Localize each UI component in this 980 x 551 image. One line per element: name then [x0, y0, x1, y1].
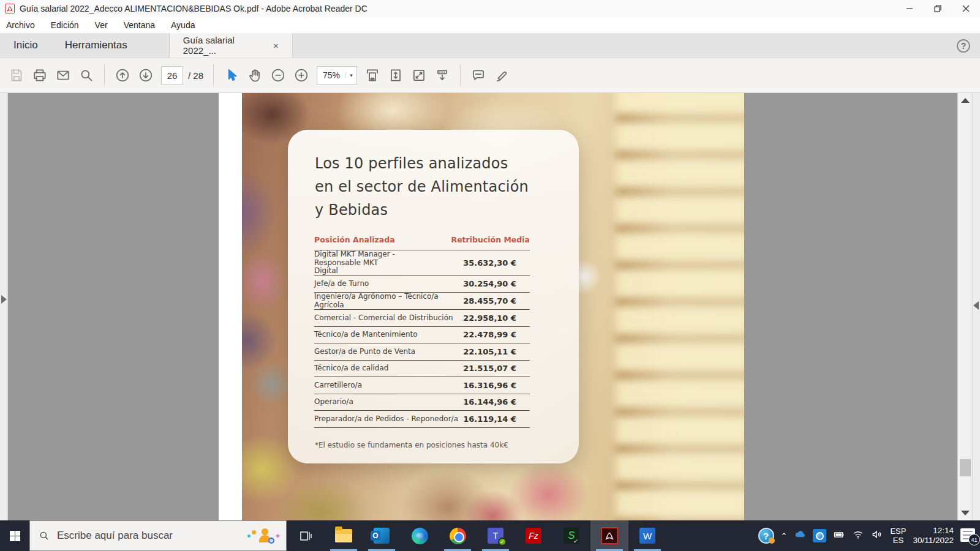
tab-close-icon[interactable]: ×: [273, 40, 279, 51]
row-position: Operario/a: [314, 398, 358, 407]
word-button[interactable]: W: [628, 520, 666, 551]
comment-icon[interactable]: [467, 63, 490, 88]
table-row: Gestor/a de Punto de Venta 22.105,11 €: [314, 343, 530, 361]
navigation-pane-strip[interactable]: [0, 93, 8, 520]
notification-count-badge: 41: [968, 534, 980, 545]
zoom-level-select[interactable]: 75% ▾: [317, 66, 357, 84]
taskbar-apps: O T✓ Fz S✓: [287, 520, 666, 551]
table-row: Operario/a 16.144,96 €: [314, 394, 530, 411]
acrobat-button[interactable]: [590, 520, 628, 551]
navigation-pane-toggle-icon[interactable]: [1, 295, 7, 304]
tools-pane-toggle-icon[interactable]: [973, 301, 979, 310]
row-position: Gestor/a de Punto de Venta: [314, 348, 420, 356]
chrome-button[interactable]: [439, 520, 477, 551]
alert-badge: [769, 538, 775, 544]
scroll-up-icon[interactable]: [961, 98, 970, 103]
system-tray: ? ⌃ ESPES 12:14 30/11/2022 41: [758, 520, 977, 551]
teams-button[interactable]: T✓: [477, 520, 514, 551]
highlight-icon[interactable]: [490, 63, 513, 88]
show-hidden-icons-chevron[interactable]: ⌃: [781, 531, 788, 541]
menu-ayuda[interactable]: Ayuda: [171, 20, 195, 30]
search-input[interactable]: [50, 530, 247, 542]
toolbar-divider: [104, 64, 105, 86]
row-salary: 35.632,30 €: [463, 258, 530, 268]
action-center-icon[interactable]: 41: [960, 528, 976, 543]
toolbar-divider: [213, 64, 214, 86]
tab-bar: Inicio Herramientas Guía salarial 2022_.…: [0, 33, 980, 58]
row-position: Digital MKT Manager - Responsable MKT Di…: [314, 250, 406, 276]
task-view-button[interactable]: [287, 520, 325, 551]
tab-document[interactable]: Guía salarial 2022_... ×: [169, 33, 293, 58]
onedrive-icon[interactable]: [794, 528, 806, 543]
card-footnote: *El estudio se fundamenta en posiciones …: [315, 441, 508, 449]
salary-card: Los 10 perfiles analizados en el sector …: [288, 130, 579, 463]
filezilla-button[interactable]: Fz: [514, 520, 552, 551]
save-icon[interactable]: [5, 63, 28, 88]
support-tray-icon[interactable]: ?: [758, 528, 774, 544]
clock-time: 12:14: [933, 526, 954, 536]
green-s-app-icon: S✓: [564, 528, 579, 544]
edge-button[interactable]: [401, 520, 439, 551]
sparkle-icon: ✦: [274, 531, 281, 541]
select-tool-icon[interactable]: [220, 63, 243, 88]
next-page-icon[interactable]: [134, 63, 157, 88]
wifi-icon[interactable]: [852, 528, 864, 543]
search-highlight-art: ✦: [247, 528, 281, 544]
clock[interactable]: 12:14 30/11/2022: [913, 526, 954, 545]
close-button[interactable]: [952, 0, 980, 17]
row-position: Técnico/a de calidad: [314, 364, 393, 373]
outlook-button[interactable]: O: [363, 520, 401, 551]
search-icon[interactable]: [75, 63, 98, 88]
search-icon: [39, 530, 50, 541]
scrollbar-thumb[interactable]: [960, 459, 971, 476]
tools-pane-strip[interactable]: [972, 93, 980, 520]
taskbar-search[interactable]: ✦: [29, 520, 287, 551]
start-button[interactable]: [0, 520, 29, 551]
menu-ver[interactable]: Ver: [95, 20, 108, 30]
volume-icon[interactable]: [871, 528, 883, 543]
zoom-out-icon[interactable]: [266, 63, 290, 88]
email-icon[interactable]: [51, 63, 75, 88]
security-app-icon[interactable]: [813, 529, 826, 542]
language-indicator[interactable]: ESPES: [890, 527, 906, 545]
salary-table: Posición Analizada Retribución Media Dig…: [314, 235, 530, 428]
tab-inicio[interactable]: Inicio: [0, 33, 51, 58]
row-salary: 21.515,07 €: [463, 364, 530, 373]
zoom-in-icon[interactable]: [290, 63, 313, 88]
scroll-mode-icon[interactable]: [431, 63, 454, 88]
toolbar-divider: [460, 64, 461, 86]
print-icon[interactable]: [28, 63, 51, 88]
battery-icon[interactable]: [833, 528, 845, 543]
restore-button[interactable]: [924, 0, 952, 17]
help-icon[interactable]: ?: [957, 39, 970, 53]
row-salary: 16.119,14 €: [463, 414, 530, 424]
tab-herramientas[interactable]: Herramientas: [51, 33, 141, 58]
windows-logo-icon: [10, 531, 20, 541]
clock-date: 30/11/2022: [913, 536, 954, 545]
card-title-line1: Los 10 perfiles analizados: [315, 152, 529, 175]
cyan-dot-icon: [247, 534, 251, 538]
row-salary: 16.316,96 €: [463, 381, 530, 390]
row-salary: 22.958,10 €: [463, 313, 530, 323]
fullscreen-icon[interactable]: [407, 63, 431, 88]
row-position: Carretillero/a: [314, 381, 367, 390]
page-number-input[interactable]: [161, 66, 183, 84]
menu-archivo[interactable]: Archivo: [6, 20, 35, 30]
menu-ventana[interactable]: Ventana: [124, 20, 155, 30]
row-position: Técnico/a de Mantenimiento: [314, 331, 423, 339]
green-s-app-button[interactable]: S✓: [552, 520, 590, 551]
card-title-line3: y Bebidas: [315, 198, 529, 222]
hand-tool-icon[interactable]: [243, 63, 266, 88]
acrobat-icon: [601, 527, 618, 544]
scroll-down-icon[interactable]: [961, 511, 970, 515]
window-title: Guía salarial 2022_Adecco ALIMENTACION&B…: [20, 4, 368, 13]
vertical-scrollbar[interactable]: [957, 93, 972, 520]
card-title-line2: en el sector de Alimentación: [315, 175, 529, 198]
previous-page-icon[interactable]: [111, 63, 134, 88]
fit-width-icon[interactable]: [361, 63, 384, 88]
menu-edicion[interactable]: Edición: [51, 20, 79, 30]
minimize-button[interactable]: [895, 0, 924, 17]
file-explorer-button[interactable]: [325, 520, 363, 551]
fit-page-icon[interactable]: [384, 63, 407, 88]
row-position: Ingeniero/a Agrónomo – Técnico/a Agrícol…: [314, 293, 463, 309]
